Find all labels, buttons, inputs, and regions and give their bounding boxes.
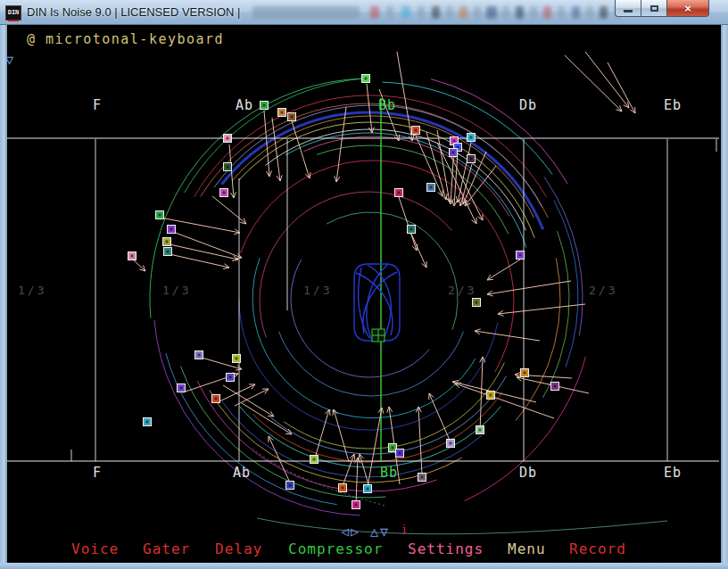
modulation-arrow (429, 393, 451, 444)
drone-square-dot (236, 358, 238, 360)
menu-item-settings[interactable]: Settings (408, 540, 484, 557)
modulation-arrowhead (223, 268, 229, 269)
ghost-icon (516, 6, 524, 19)
drone-square-dot (180, 387, 183, 390)
drone-square-dot (355, 504, 358, 507)
maximize-button[interactable] (641, 0, 666, 17)
window-border-bottom (0, 563, 728, 569)
orbit-arc (239, 122, 534, 238)
modulation-arrowhead (236, 369, 242, 370)
modulation-arrow (487, 281, 571, 294)
ghost-icon (502, 6, 509, 19)
drone-square-dot (367, 488, 369, 491)
note-label-top: Ab (236, 97, 253, 113)
drone-square-dot (399, 452, 401, 455)
ghost-icon (370, 6, 379, 19)
close-button[interactable]: × (666, 0, 709, 17)
ghost-icon (558, 6, 565, 19)
modulation-arrowhead (268, 416, 274, 416)
modulation-arrow (487, 260, 520, 280)
fraction-label: 1/3 (303, 284, 332, 297)
orbit-arc (291, 260, 429, 377)
octave-left-right-arrows[interactable]: ◁▷ (341, 524, 360, 540)
ghost-icon (252, 6, 360, 19)
modulation-arrow (367, 84, 372, 133)
ghost-icon (543, 6, 551, 19)
modulation-arrowhead (234, 192, 236, 198)
modulation-arrow (272, 118, 280, 181)
modulation-arrowhead (372, 127, 374, 133)
modulation-arrow (498, 304, 585, 314)
drone-square-dot (479, 429, 482, 432)
note-label-top: F (93, 97, 102, 113)
drone-square-dot (365, 78, 368, 80)
ghost-icon (418, 6, 425, 19)
modulation-arrow (170, 244, 238, 260)
close-icon: × (684, 2, 691, 15)
drone-square-dot (453, 140, 456, 143)
minimize-icon (624, 10, 633, 12)
ghost-icon (446, 6, 453, 19)
drone-square-dot (146, 421, 149, 424)
drone-square-dot (415, 129, 418, 132)
note-label-top: Eb (664, 97, 682, 113)
modulation-arrow (242, 403, 292, 434)
orbit-arc (239, 300, 498, 430)
modulation-arrow (411, 234, 426, 268)
note-label-bottom: Eb (664, 465, 682, 481)
drone-square-dot (490, 394, 492, 397)
drone-square-dot (313, 458, 316, 461)
menu-item-gater[interactable]: Gater (143, 540, 190, 557)
drone-square-dot (430, 186, 433, 189)
note-label-top: Db (519, 97, 537, 113)
modulation-arrowhead (498, 314, 504, 316)
orbit-arc (554, 201, 578, 367)
menu-item-compressor[interactable]: Compressor (288, 540, 383, 557)
orbit-arc (327, 212, 458, 330)
drone-square-dot (524, 372, 526, 375)
modulation-arrowhead (354, 454, 355, 460)
menu-item-menu[interactable]: Menu (508, 540, 546, 557)
modulation-arrowhead (382, 408, 384, 414)
window-border-right (721, 25, 728, 569)
drone-square-dot (470, 136, 473, 139)
modulation-arrow (608, 62, 635, 113)
modulation-arrow (356, 458, 358, 503)
drone-square-dot (291, 116, 294, 119)
modulation-arrow (219, 384, 255, 401)
drone-square-dot (392, 447, 394, 449)
drone-square-dot (470, 158, 473, 161)
drone-square-dot (410, 228, 413, 231)
menu-item-delay[interactable]: Delay (215, 540, 262, 557)
drone-square-dot (421, 476, 424, 479)
menu-item-record[interactable]: Record (569, 540, 626, 557)
drone-square-dot (289, 484, 292, 487)
ghost-icon (474, 6, 481, 19)
ghost-icon (530, 6, 537, 19)
orbit-arc (257, 518, 667, 534)
ghost-icon (586, 6, 593, 19)
keyboard-canvas[interactable] (0, 0, 728, 569)
title-bar[interactable]: DIN DIN Is Noise 9.0 | LICENSED VERSION … (0, 0, 728, 25)
modulation-arrowhead (269, 170, 272, 177)
modulation-arrowhead (459, 200, 460, 206)
modulation-arrowhead (333, 409, 334, 416)
drone-square-dot (450, 442, 452, 445)
modulation-arrow (585, 52, 629, 108)
note-label-bottom: Bb (380, 465, 398, 481)
modulation-arrowhead (451, 201, 454, 206)
modulation-arrow (170, 254, 229, 268)
orbit-arc (516, 259, 560, 421)
drone-square-dot (223, 192, 226, 194)
octave-up-down-arrows[interactable]: △▽ (370, 524, 390, 540)
ghost-icon (572, 6, 580, 19)
maximize-icon (650, 5, 658, 12)
ghost-icon (600, 6, 608, 19)
modulation-arrow (475, 331, 540, 341)
note-label-bottom: Db (519, 465, 537, 481)
orbit-arc (542, 231, 569, 398)
menu-item-voice[interactable]: Voice (71, 540, 119, 557)
minimize-button[interactable] (615, 0, 641, 17)
ghost-icon (386, 6, 393, 19)
info-icon[interactable]: i (402, 523, 406, 536)
